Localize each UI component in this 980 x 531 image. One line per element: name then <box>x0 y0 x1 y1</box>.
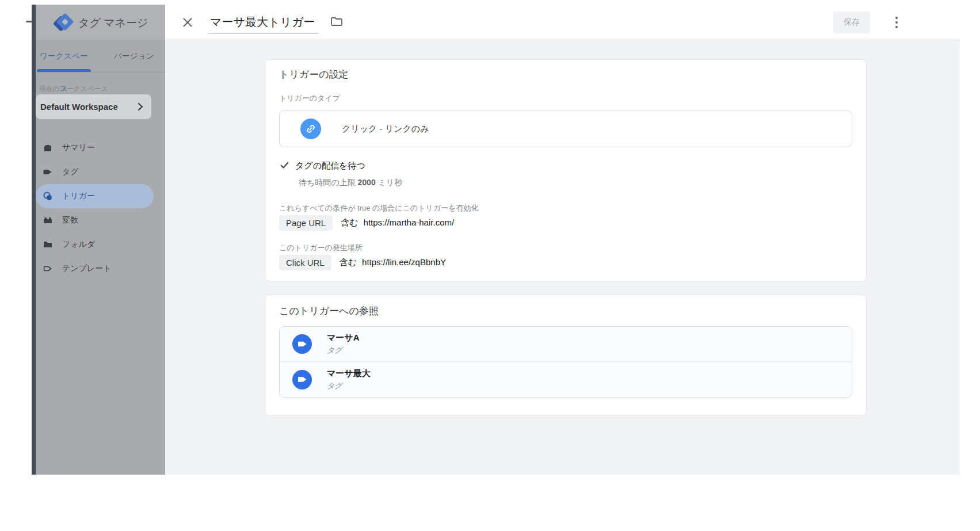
trigger-references-card: このトリガーへの参照 マーサA タグ マーサ最大 タグ <box>265 295 867 416</box>
card-title: このトリガーへの参照 <box>279 304 379 318</box>
wait-for-tags-row[interactable]: タグの配信を待つ <box>279 160 365 172</box>
sidebar: タグ マネージ ワークスペース バージョン 現在のワークスペース Default… <box>36 5 165 475</box>
wait-time-value: 2000 <box>358 178 376 187</box>
chevron-right-icon <box>138 102 143 111</box>
tag-icon <box>43 167 53 177</box>
folder-icon <box>43 239 53 250</box>
sidebar-item-label: タグ <box>62 167 79 177</box>
trigger-editor-panel: マーサ最大トリガー 保存 トリガーの設定 トリガーのタイプ <box>165 5 960 475</box>
editor-header: マーサ最大トリガー 保存 <box>165 5 960 40</box>
fires-condition-row: Click URL 含む https://lin.ee/zqBbnbY <box>279 255 446 270</box>
reference-row[interactable]: マーサA タグ <box>280 327 852 362</box>
condition-row: Page URL 含む https://martha-hair.com/ <box>279 215 454 231</box>
trigger-type-value: クリック - リンクのみ <box>342 124 429 135</box>
sidebar-item-variables[interactable]: 変数 <box>36 208 165 232</box>
current-workspace-label: 現在のワークスペース <box>39 85 108 93</box>
product-title: タグ マネージ <box>78 16 148 30</box>
reference-row[interactable]: マーサ最大 タグ <box>280 362 852 397</box>
reference-name: マーサ最大 <box>327 368 371 379</box>
reference-name: マーサA <box>327 333 360 343</box>
sidebar-header: タグ マネージ <box>36 5 165 40</box>
condition-value: https://martha-hair.com/ <box>364 217 455 228</box>
summary-icon <box>43 143 53 153</box>
tag-badge-icon <box>292 370 312 389</box>
template-icon <box>43 263 53 274</box>
tag-manager-logo-icon <box>53 12 74 33</box>
wait-for-tags-label: タグの配信を待つ <box>295 161 365 171</box>
fires-on-label: このトリガーの発生場所 <box>279 243 363 253</box>
link-click-icon <box>300 119 321 139</box>
sidebar-item-label: 変数 <box>62 215 78 226</box>
active-tab-underline <box>37 69 91 72</box>
checkmark-icon <box>279 160 289 172</box>
window-edge-strip <box>32 5 36 475</box>
trigger-type-label: トリガーのタイプ <box>279 93 340 104</box>
folder-move-icon[interactable] <box>330 16 344 28</box>
reference-type: タグ <box>327 381 371 391</box>
sidebar-item-summary[interactable]: サマリー <box>36 136 165 160</box>
sidebar-item-label: サマリー <box>62 143 95 153</box>
fires-variable-chip: Click URL <box>279 255 331 270</box>
fires-operator: 含む <box>340 257 357 268</box>
trigger-type-row[interactable]: クリック - リンクのみ <box>279 110 852 147</box>
trigger-name-input[interactable]: マーサ最大トリガー <box>209 13 318 34</box>
tag-badge-icon <box>292 334 312 354</box>
trigger-icon <box>43 191 53 201</box>
gtm-app: タグ マネージ ワークスペース バージョン 現在のワークスペース Default… <box>0 0 980 531</box>
close-icon[interactable] <box>181 16 194 29</box>
variable-icon <box>43 215 53 226</box>
editor-content: トリガーの設定 トリガーのタイプ クリック - リンクのみ <box>165 40 960 475</box>
sidebar-item-tags[interactable]: タグ <box>36 160 165 184</box>
sidebar-item-label: トリガー <box>62 191 95 201</box>
fires-value: https://lin.ee/zqBbnbY <box>362 257 446 268</box>
wait-time-line: 待ち時間の上限 2000 ミリ秒 <box>299 178 402 188</box>
kebab-menu-icon[interactable] <box>895 17 898 28</box>
tab-workspace[interactable]: ワークスペース <box>36 40 92 72</box>
card-title: トリガーの設定 <box>279 68 349 81</box>
sidebar-tabs: ワークスペース バージョン <box>36 40 165 72</box>
trigger-settings-card: トリガーの設定 トリガーのタイプ クリック - リンクのみ <box>265 59 867 281</box>
sidebar-item-folders[interactable]: フォルダ <box>36 232 165 257</box>
sidebar-item-label: フォルダ <box>62 239 95 250</box>
condition-operator: 含む <box>341 217 358 228</box>
conditions-label: これらすべての条件が true の場合にこのトリガーを有効化 <box>279 203 479 213</box>
sidebar-item-label: テンプレート <box>62 263 112 274</box>
sidebar-item-templates[interactable]: テンプレート <box>36 257 165 281</box>
reference-list: マーサA タグ マーサ最大 タグ <box>279 326 852 398</box>
sidebar-item-triggers[interactable]: トリガー <box>36 184 154 208</box>
save-button[interactable]: 保存 <box>833 12 870 33</box>
condition-variable-chip: Page URL <box>279 215 333 231</box>
workspace-name: Default Workspace <box>40 102 138 112</box>
tab-versions[interactable]: バージョン <box>112 40 156 72</box>
reference-type: タグ <box>327 345 360 356</box>
sidebar-menu: サマリー タグ トリガー <box>36 136 165 281</box>
workspace-selector[interactable]: Default Workspace <box>36 94 151 119</box>
